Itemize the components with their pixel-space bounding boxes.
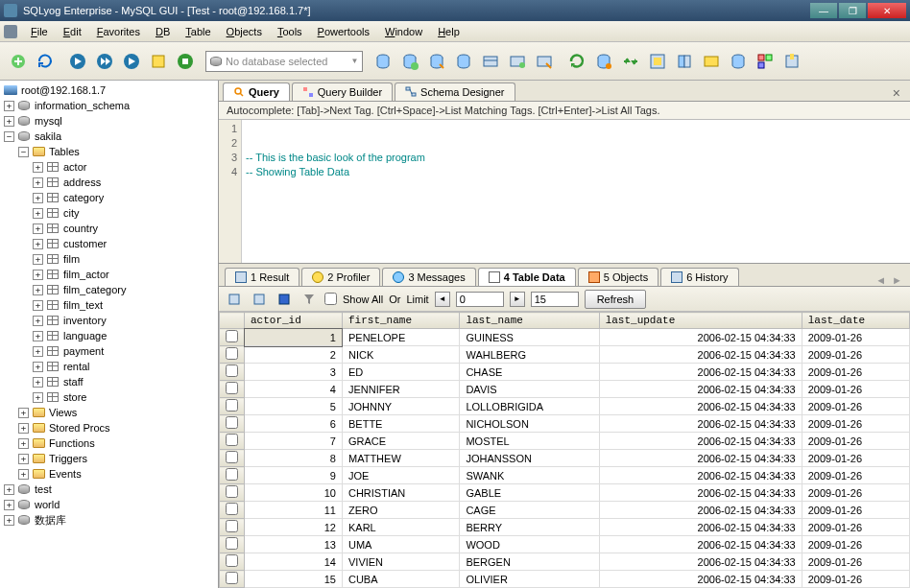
row-header[interactable] bbox=[220, 553, 245, 571]
col-actor_id[interactable]: actor_id bbox=[245, 313, 343, 329]
cell[interactable]: BETTE bbox=[342, 415, 459, 433]
menu-table[interactable]: Table bbox=[178, 24, 218, 39]
row-header[interactable] bbox=[220, 502, 245, 519]
tree-toggle[interactable]: + bbox=[33, 362, 43, 372]
tool-btn-6[interactable] bbox=[505, 49, 530, 74]
tree-table-store[interactable]: +store bbox=[0, 389, 218, 405]
cell[interactable]: 2006-02-15 04:34:33 bbox=[599, 381, 802, 398]
row-checkbox[interactable] bbox=[226, 451, 238, 463]
tree-table-city[interactable]: +city bbox=[0, 205, 218, 221]
close-tab-button[interactable]: × bbox=[887, 85, 906, 101]
tab-table-data[interactable]: 4 Table Data bbox=[478, 268, 576, 286]
prev-page-button[interactable]: ◄ bbox=[435, 292, 450, 307]
tree-table-film_category[interactable]: +film_category bbox=[0, 282, 218, 297]
cell[interactable]: JENNIFER bbox=[342, 381, 459, 398]
tree-toggle[interactable]: + bbox=[33, 162, 43, 173]
showall-checkbox[interactable] bbox=[324, 293, 337, 305]
cell[interactable]: 2006-02-15 04:34:33 bbox=[599, 329, 802, 346]
cell[interactable]: 2009-01-26 bbox=[802, 536, 909, 553]
cell[interactable]: 2006-02-15 04:34:33 bbox=[599, 536, 802, 553]
limit-from-input[interactable] bbox=[456, 292, 504, 307]
cell[interactable]: 2006-02-15 04:34:33 bbox=[599, 467, 802, 484]
stop-button[interactable] bbox=[173, 49, 198, 74]
row-checkbox[interactable] bbox=[226, 554, 238, 567]
row-header[interactable] bbox=[220, 536, 245, 553]
tree-db-information_schema[interactable]: +information_schema bbox=[0, 98, 218, 113]
table-row[interactable]: 14VIVIENBERGEN2006-02-15 04:34:332009-01… bbox=[220, 553, 910, 571]
table-row[interactable]: 6BETTENICHOLSON2006-02-15 04:34:332009-0… bbox=[220, 415, 910, 433]
table-row[interactable]: 1PENELOPEGUINESS2006-02-15 04:34:332009-… bbox=[220, 329, 910, 346]
tree-table-category[interactable]: +category bbox=[0, 190, 218, 205]
tree-toggle[interactable]: + bbox=[33, 346, 43, 357]
row-checkbox[interactable] bbox=[226, 399, 238, 412]
cell[interactable]: 2009-01-26 bbox=[802, 571, 909, 588]
cell[interactable]: 2009-01-26 bbox=[802, 484, 909, 502]
tab-next-button[interactable]: ► bbox=[890, 274, 904, 286]
close-button[interactable]: ✕ bbox=[868, 3, 906, 18]
cell[interactable]: GRACE bbox=[342, 433, 459, 450]
tool-btn-10[interactable] bbox=[618, 49, 643, 74]
tree-table-payment[interactable]: +payment bbox=[0, 343, 218, 359]
tree-folder-stored-procs[interactable]: +Stored Procs bbox=[0, 420, 218, 435]
row-header[interactable] bbox=[220, 433, 245, 450]
tool-btn-7[interactable] bbox=[532, 49, 557, 74]
row-header[interactable] bbox=[220, 519, 245, 536]
cell[interactable]: 8 bbox=[245, 450, 343, 467]
format-button[interactable] bbox=[146, 49, 171, 74]
tree-table-rental[interactable]: +rental bbox=[0, 359, 218, 374]
tree-toggle[interactable]: + bbox=[33, 193, 43, 203]
cell[interactable]: 4 bbox=[245, 381, 343, 398]
cell[interactable]: CAGE bbox=[460, 502, 599, 519]
row-checkbox[interactable] bbox=[226, 365, 238, 377]
table-row[interactable]: 13UMAWOOD2006-02-15 04:34:332009-01-26 bbox=[220, 536, 910, 553]
refresh-button[interactable] bbox=[33, 49, 58, 74]
cell[interactable]: ZERO bbox=[342, 502, 459, 519]
save-button[interactable] bbox=[275, 290, 294, 309]
menu-objects[interactable]: Objects bbox=[219, 24, 270, 39]
row-checkbox[interactable] bbox=[226, 416, 238, 429]
col-first_name[interactable]: first_name bbox=[342, 313, 459, 329]
cell[interactable]: PENELOPE bbox=[342, 329, 459, 346]
col-last_date[interactable]: last_date bbox=[802, 313, 909, 329]
copy-button[interactable] bbox=[250, 290, 269, 309]
tree-db-数据库[interactable]: +数据库 bbox=[0, 512, 218, 528]
tree-toggle[interactable]: + bbox=[18, 408, 29, 418]
cell[interactable]: UMA bbox=[342, 536, 459, 553]
data-grid[interactable]: actor_idfirst_namelast_namelast_updatela… bbox=[219, 312, 910, 588]
row-header[interactable] bbox=[220, 381, 245, 398]
tree-table-film[interactable]: +film bbox=[0, 251, 218, 267]
tree-folder-views[interactable]: +Views bbox=[0, 405, 218, 420]
execute-all-button[interactable] bbox=[92, 49, 117, 74]
table-row[interactable]: 15CUBAOLIVIER2006-02-15 04:34:332009-01-… bbox=[220, 571, 910, 588]
tab-query[interactable]: Query bbox=[223, 82, 290, 101]
tree-toggle[interactable]: + bbox=[4, 500, 14, 510]
row-checkbox[interactable] bbox=[226, 468, 238, 481]
query-editor[interactable]: 1 2 3 4 -- This is the basic look of the… bbox=[219, 120, 910, 264]
cell[interactable]: 3 bbox=[245, 364, 343, 381]
cell[interactable]: CHASE bbox=[460, 364, 599, 381]
cell[interactable]: CHRISTIAN bbox=[342, 484, 459, 502]
filter-button[interactable] bbox=[299, 290, 319, 309]
table-row[interactable]: 3EDCHASE2006-02-15 04:34:332009-01-26 bbox=[220, 364, 910, 381]
tool-btn-12[interactable] bbox=[672, 49, 697, 74]
cell[interactable]: NICK bbox=[342, 346, 459, 364]
tool-btn-11[interactable] bbox=[645, 49, 670, 74]
cell[interactable]: CUBA bbox=[342, 571, 459, 588]
maximize-button[interactable]: ❐ bbox=[839, 3, 866, 18]
cell[interactable]: JOHANSSON bbox=[460, 450, 599, 467]
tree-toggle[interactable]: + bbox=[33, 254, 43, 265]
cell[interactable]: 2009-01-26 bbox=[802, 398, 909, 415]
tree-connection[interactable]: root@192.168.1.7 bbox=[0, 82, 218, 98]
tree-table-inventory[interactable]: +inventory bbox=[0, 313, 218, 328]
tree-toggle[interactable]: − bbox=[18, 147, 29, 157]
row-checkbox[interactable] bbox=[226, 382, 238, 394]
new-connection-button[interactable] bbox=[6, 49, 31, 74]
tree-toggle[interactable]: + bbox=[4, 116, 14, 127]
cell[interactable]: SWANK bbox=[460, 467, 599, 484]
cell[interactable]: 2006-02-15 04:34:33 bbox=[599, 519, 802, 536]
cell[interactable]: JOE bbox=[342, 467, 459, 484]
object-browser[interactable]: root@192.168.1.7 +information_schema+mys… bbox=[0, 81, 219, 588]
cell[interactable]: 7 bbox=[245, 433, 343, 450]
tab-messages[interactable]: 3 Messages bbox=[382, 268, 475, 286]
table-row[interactable]: 10CHRISTIANGABLE2006-02-15 04:34:332009-… bbox=[220, 484, 910, 502]
